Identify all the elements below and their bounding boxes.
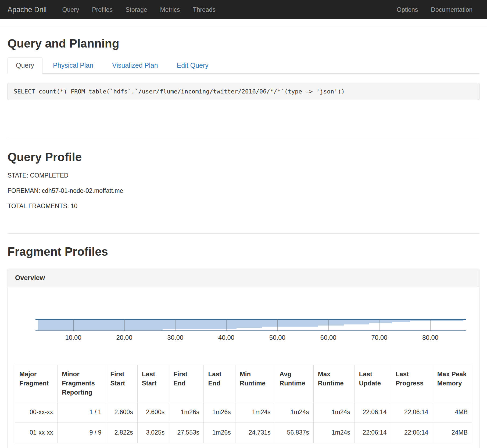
- table-cell: 1m26s: [204, 402, 235, 422]
- column-header-last-start: Last Start: [137, 365, 169, 402]
- table-row: 01-xx-xx9 / 92.822s3.025s27.553s1m26s24.…: [15, 422, 472, 443]
- column-header-avg-runtime: Avg Runtime: [275, 365, 313, 402]
- nav-item-profiles[interactable]: Profiles: [85, 6, 119, 13]
- table-cell: 2.822s: [106, 422, 137, 443]
- column-header-min-runtime: Min Runtime: [235, 365, 275, 402]
- column-header-last-progress: Last Progress: [391, 365, 433, 402]
- table-cell: 01-xx-xx: [15, 422, 58, 443]
- table-cell: 4MB: [433, 402, 472, 422]
- table-cell: 22:06:14: [354, 402, 391, 422]
- table-row: 00-xx-xx1 / 12.600s2.600s1m26s1m26s1m24s…: [15, 402, 472, 422]
- timeline-bar-minor: [38, 329, 163, 330]
- navbar-right-links: OptionsDocumentation: [390, 6, 479, 13]
- tab-query[interactable]: Query: [8, 57, 42, 74]
- timeline-gridline: [226, 319, 227, 331]
- fragment-timeline-chart: 10.0020.0030.0040.0050.0060.0070.0080.00: [8, 287, 479, 343]
- table-cell: 24MB: [433, 422, 472, 443]
- timeline-gridline: [277, 319, 278, 331]
- timeline-gridline: [124, 319, 125, 331]
- fragment-profiles-title: Fragment Profiles: [8, 245, 479, 258]
- nav-item-storage[interactable]: Storage: [119, 6, 154, 13]
- table-cell: 1m24s: [275, 402, 313, 422]
- tab-visualized-plan[interactable]: Visualized Plan: [104, 57, 166, 74]
- timeline-axis: 10.0020.0030.0040.0050.0060.0070.0080.00: [22, 334, 471, 343]
- table-cell: 1m24s: [313, 402, 354, 422]
- table-cell: 1m26s: [169, 402, 204, 422]
- timeline-gridline: [328, 319, 329, 331]
- total-fragments-line: TOTAL FRAGMENTS: 10: [8, 203, 479, 210]
- table-header-row: Major FragmentMinor Fragments ReportingF…: [15, 365, 472, 402]
- timeline-axis-tick-label: 40.00: [218, 334, 234, 341]
- nav-item-metrics[interactable]: Metrics: [153, 6, 186, 13]
- divider: [8, 233, 479, 234]
- timeline-axis-tick-label: 20.00: [116, 334, 133, 341]
- table-cell: 2.600s: [106, 402, 137, 422]
- table-cell: 1 / 1: [58, 402, 106, 422]
- column-header-first-start: First Start: [106, 365, 137, 402]
- timeline-gridline: [175, 319, 176, 331]
- column-header-last-update: Last Update: [354, 365, 391, 402]
- table-cell: 9 / 9: [58, 422, 106, 443]
- column-header-minor-fragments-reporting: Minor Fragments Reporting: [58, 365, 106, 402]
- column-header-first-end: First End: [169, 365, 204, 402]
- page-title: Query and Planning: [8, 37, 479, 50]
- column-header-max-peak-memory: Max Peak Memory: [433, 365, 472, 402]
- table-cell: 22:06:14: [354, 422, 391, 443]
- timeline-axis-tick-label: 60.00: [320, 334, 336, 341]
- fragment-overview-table: Major FragmentMinor Fragments ReportingF…: [15, 365, 472, 443]
- top-navbar: Apache Drill QueryProfilesStorageMetrics…: [0, 0, 487, 19]
- navbar-left-links: QueryProfilesStorageMetricsThreads: [56, 6, 222, 13]
- table-cell: 24.731s: [235, 422, 275, 443]
- timeline-axis-tick-label: 50.00: [269, 334, 285, 341]
- divider: [0, 27, 487, 27]
- timeline-plot-area: [22, 319, 471, 331]
- table-cell: 27.553s: [169, 422, 204, 443]
- timeline-band: [35, 319, 466, 331]
- tab-edit-query[interactable]: Edit Query: [169, 57, 217, 74]
- table-cell: 1m24s: [235, 402, 275, 422]
- state-line: STATE: COMPLETED: [8, 172, 479, 179]
- tab-physical-plan[interactable]: Physical Plan: [45, 57, 102, 74]
- nav-item-threads[interactable]: Threads: [187, 6, 222, 13]
- table-cell: 22:06:14: [391, 402, 433, 422]
- column-header-last-end: Last End: [204, 365, 235, 402]
- overview-panel-header[interactable]: Overview: [8, 269, 479, 287]
- table-cell: 56.837s: [275, 422, 313, 443]
- table-cell: 3.025s: [137, 422, 169, 443]
- timeline-axis-tick-label: 10.00: [65, 334, 81, 341]
- query-tabs: QueryPhysical PlanVisualized PlanEdit Qu…: [8, 57, 479, 74]
- table-cell: 22:06:14: [391, 422, 433, 443]
- column-header-max-runtime: Max Runtime: [313, 365, 354, 402]
- overview-panel: Overview 10.0020.0030.0040.0050.0060.007…: [8, 269, 479, 448]
- nav-item-documentation[interactable]: Documentation: [424, 6, 479, 13]
- timeline-axis-tick-label: 70.00: [371, 334, 387, 341]
- divider: [8, 138, 479, 138]
- timeline-gridline: [430, 319, 431, 331]
- overview-panel-body: 10.0020.0030.0040.0050.0060.0070.0080.00…: [8, 287, 479, 448]
- table-cell: 1m24s: [313, 422, 354, 443]
- table-cell: 00-xx-xx: [15, 402, 58, 422]
- timeline-gridline: [379, 319, 379, 331]
- nav-item-options[interactable]: Options: [390, 6, 424, 13]
- timeline-axis-tick-label: 30.00: [167, 334, 183, 341]
- column-header-major-fragment: Major Fragment: [15, 365, 58, 402]
- foreman-line: FOREMAN: cdh57-01-node-02.moffatt.me: [8, 187, 479, 194]
- table-cell: 2.600s: [137, 402, 169, 422]
- nav-item-query[interactable]: Query: [56, 6, 86, 13]
- timeline-gridline: [73, 319, 74, 331]
- app-brand[interactable]: Apache Drill: [8, 6, 47, 14]
- sql-query: SELECT count(*) FROM table(`hdfs`.`/user…: [8, 83, 479, 100]
- overview-panel-title: Overview: [15, 274, 45, 281]
- query-profile-title: Query Profile: [8, 150, 479, 164]
- table-cell: 1m26s: [204, 422, 235, 443]
- timeline-axis-tick-label: 80.00: [422, 334, 438, 341]
